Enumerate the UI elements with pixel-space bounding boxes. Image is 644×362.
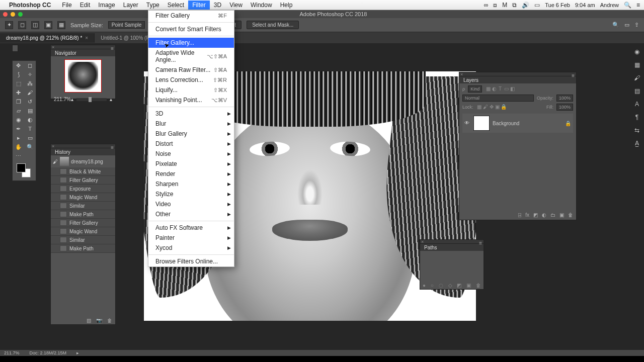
selection-subtract-icon[interactable]: ▣ [44, 21, 52, 29]
selection-from-path-icon[interactable]: ◌ [439, 283, 443, 288]
selection-intersect-icon[interactable]: ▦ [57, 21, 65, 29]
layer-mask-icon[interactable]: ◩ [533, 212, 538, 218]
navigator-thumbnail[interactable] [64, 59, 102, 93]
character-icon[interactable]: A [633, 100, 641, 108]
glyphs-icon[interactable]: A̲ [633, 139, 641, 147]
path-from-selection-icon[interactable]: ◇ [448, 283, 452, 288]
history-step[interactable]: Make Path [51, 244, 115, 253]
layer-filter-icons[interactable]: ▦◐T▭◧ [485, 86, 515, 92]
filter-item[interactable]: Lens Correction...⇧⌘R [148, 75, 234, 85]
layer-style-icon[interactable]: fx [525, 212, 529, 218]
history-step[interactable]: Similar [51, 236, 115, 244]
filter-submenu[interactable]: Render▶ [148, 169, 234, 179]
menu-image[interactable]: Image [94, 1, 119, 10]
foreground-color-swatch[interactable] [17, 163, 26, 172]
marquee-tool[interactable]: ◻ [24, 61, 36, 70]
filter-submenu[interactable]: Video▶ [148, 199, 234, 209]
window-zoom[interactable] [18, 12, 23, 17]
crop-tool[interactable]: ⬚ [13, 79, 24, 88]
selection-new-icon[interactable]: ◻ [18, 21, 26, 29]
filter-plugin-submenu[interactable]: Auto FX Software▶ [148, 223, 234, 233]
group-icon[interactable]: 🗀 [550, 212, 555, 218]
history-step[interactable]: Filter Gallery [51, 176, 115, 185]
history-step[interactable]: Make Path [51, 210, 115, 219]
filter-plugin-submenu[interactable]: Painter▶ [148, 233, 234, 243]
layer-filter-kind[interactable]: Kind [468, 85, 482, 93]
panel-menu-icon[interactable]: ≡ [111, 145, 114, 150]
history-step[interactable]: Black & White [51, 167, 115, 176]
panel-close-icon[interactable]: × [52, 144, 54, 149]
history-step[interactable]: Magic Wand [51, 193, 115, 202]
menu-select[interactable]: Select [164, 1, 188, 10]
path-select-tool[interactable]: ▸ [13, 133, 24, 142]
filter-submenu[interactable]: Sharpen▶ [148, 179, 234, 189]
adjustment-layer-icon[interactable]: ◐ [542, 212, 546, 218]
mac-spotlight-icon[interactable]: 🔍 [624, 2, 631, 9]
menu-help[interactable]: Help [276, 1, 297, 10]
panel-close-icon[interactable]: × [52, 45, 54, 50]
actions-icon[interactable]: ⇆ [633, 126, 641, 134]
tab-dreamy18[interactable]: dreamy18.png @ 212% (RGB/8) *× [0, 33, 95, 43]
trash-icon[interactable]: 🗑 [568, 212, 573, 218]
panel-menu-icon[interactable]: ≡ [111, 46, 114, 51]
filter-plugin-submenu[interactable]: Xycod▶ [148, 243, 234, 253]
hand-tool[interactable]: ✋ [13, 142, 24, 151]
window-close[interactable] [3, 12, 8, 17]
share-icon[interactable]: ⇪ [634, 22, 639, 28]
lasso-tool[interactable]: ⟆ [13, 70, 24, 79]
blend-mode-select[interactable]: Normal [462, 95, 534, 102]
panel-close-icon[interactable]: × [421, 239, 424, 244]
app-name[interactable]: Photoshop CC [9, 2, 51, 9]
swatches-icon[interactable]: ▦ [633, 61, 641, 69]
filter-item[interactable]: Vanishing Point...⌥⌘V [148, 95, 234, 105]
select-and-mask-button[interactable]: Select and Mask... [247, 21, 299, 29]
color-swatches[interactable] [15, 163, 34, 178]
move-tool[interactable]: ✥ [13, 61, 24, 70]
paragraph-icon[interactable]: ¶ [633, 113, 641, 121]
menu-file[interactable]: File [58, 1, 75, 10]
dodge-tool[interactable]: ◐ [24, 115, 36, 124]
history-brush-source-icon[interactable]: 🖌 [53, 159, 58, 164]
navigator-zoom-slider[interactable] [76, 98, 107, 101]
gradient-tool[interactable]: ▤ [24, 106, 36, 115]
history-tab[interactable]: History [51, 148, 74, 156]
magic-wand-tool[interactable]: ✧ [24, 70, 36, 79]
filter-submenu[interactable]: Stylize▶ [148, 189, 234, 199]
status-zoom[interactable]: 211.7% [4, 350, 20, 355]
menu-edit[interactable]: Edit [76, 1, 95, 10]
filter-submenu[interactable]: Pixelate▶ [148, 159, 234, 169]
filter-convert-smart[interactable]: Convert for Smart Filters [148, 24, 234, 34]
type-tool[interactable]: T [24, 124, 36, 133]
brushes-icon[interactable]: 🖌 [633, 74, 641, 82]
color-picker-icon[interactable]: ◉ [633, 48, 641, 56]
layer-row-background[interactable]: 👁 Background 🔒 [462, 114, 573, 133]
filter-gallery[interactable]: Filter Gallery... [148, 38, 234, 48]
paths-tab[interactable]: Paths [420, 244, 441, 251]
menu-window[interactable]: Window [247, 1, 276, 10]
zoom-tool[interactable]: 🔍 [24, 142, 36, 151]
zoom-out-icon[interactable]: ▴ [71, 97, 73, 102]
history-source-row[interactable]: 🖌 dreamy18.png [51, 155, 115, 167]
brush-tool[interactable]: 🖌 [24, 88, 36, 97]
menu-view[interactable]: View [225, 1, 247, 10]
mask-from-path-icon[interactable]: ◩ [457, 283, 461, 288]
eyedropper-tool[interactable]: ⁂ [24, 79, 36, 88]
snapshot-icon[interactable]: 📷 [96, 318, 102, 323]
window-minimize[interactable] [11, 12, 15, 17]
menu-layer[interactable]: Layer [119, 1, 142, 10]
panel-menu-icon[interactable]: ≡ [572, 73, 575, 78]
fill-input[interactable]: 100% [556, 104, 573, 111]
zoom-in-icon[interactable]: ▴ [110, 97, 112, 102]
stroke-path-icon[interactable]: ○ [431, 283, 434, 288]
eraser-tool[interactable]: ▱ [13, 106, 24, 115]
libraries-icon[interactable]: ▤ [633, 87, 641, 95]
layers-tab[interactable]: Layers [459, 76, 482, 84]
history-step[interactable]: Similar [51, 202, 115, 210]
filter-item[interactable]: Liquify...⇧⌘X [148, 85, 234, 95]
blur-tool[interactable]: ◉ [13, 115, 24, 124]
menu-3d[interactable]: 3D [210, 1, 225, 10]
navigator-zoom-value[interactable]: 211.7% [54, 97, 71, 102]
filter-submenu[interactable]: Noise▶ [148, 149, 234, 159]
menu-filter[interactable]: Filter [188, 1, 210, 10]
edit-toolbar[interactable]: ⋯ [13, 151, 24, 160]
